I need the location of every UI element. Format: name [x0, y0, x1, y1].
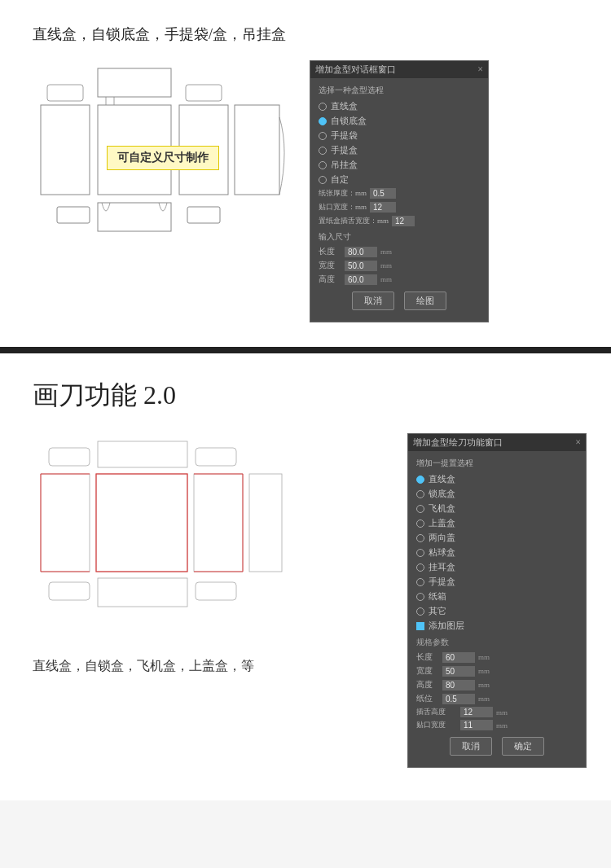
- param-input-3[interactable]: [442, 694, 475, 704]
- radio-option-3[interactable]: 手提盒: [319, 144, 480, 156]
- bottom-diagram-svg: [33, 433, 293, 645]
- b-radio-8[interactable]: 纸箱: [416, 590, 578, 603]
- radio-option-0[interactable]: 直线盒: [319, 100, 480, 112]
- param-input-5[interactable]: [460, 720, 493, 730]
- param-unit-0: mm: [478, 653, 490, 661]
- param-unit-4: mm: [496, 708, 508, 717]
- param-input-0[interactable]: [442, 652, 475, 663]
- param-row-3: 纸位 mm: [416, 693, 578, 704]
- dim-row-1: 宽度 mm: [319, 260, 480, 271]
- dialog-close-top[interactable]: ×: [477, 64, 483, 76]
- dim-label-0: 长度: [319, 246, 341, 257]
- param-unit-1: mm: [478, 667, 490, 675]
- svg-rect-16: [249, 474, 282, 572]
- field-input-2[interactable]: [392, 216, 415, 226]
- b-radio-5[interactable]: 粘球盒: [416, 546, 578, 559]
- radio-circle-1: [319, 117, 327, 125]
- param-unit-3: mm: [478, 695, 490, 703]
- svg-rect-15: [194, 474, 243, 572]
- cancel-button-bottom[interactable]: 取消: [450, 737, 492, 756]
- b-radio-label-4: 两向盖: [429, 532, 455, 544]
- bottom-caption: 直线盒，自锁盒，飞机盒，上盖盒，等: [33, 658, 391, 675]
- b-radio-circle-2: [416, 505, 424, 513]
- bottom-content: 直线盒，自锁盒，飞机盒，上盖盒，等 增加盒型绘刀功能窗口 × 增加一提置选程 直…: [33, 433, 587, 768]
- dialog-buttons-top: 取消 绘图: [319, 292, 480, 315]
- dialog-body-top: 选择一种盒型选程 直线盒 自锁底盒 手提袋 手提盒: [310, 78, 488, 322]
- b-radio-circle-6: [416, 563, 424, 572]
- b-radio-2[interactable]: 飞机盒: [416, 502, 578, 515]
- b-radio-label-3: 上盖盒: [429, 517, 455, 529]
- b-radio-label-9: 其它: [429, 605, 446, 617]
- dim-label-2: 高度: [319, 274, 341, 285]
- b-radio-9[interactable]: 其它: [416, 605, 578, 617]
- top-section: 直线盒，自锁底盒，手提袋/盒，吊挂盒 可自定义尺寸制作: [0, 0, 611, 353]
- radio-label-5: 自定: [331, 173, 349, 186]
- param-unit-2: mm: [478, 681, 490, 689]
- svg-rect-6: [57, 207, 90, 223]
- b-radio-label-1: 锁底盒: [429, 488, 455, 500]
- field-2: 置纸盒插舌宽度：mm: [319, 216, 480, 226]
- svg-rect-10: [49, 448, 90, 466]
- param-row-0: 长度 mm: [416, 651, 578, 663]
- svg-rect-13: [41, 474, 90, 572]
- bottom-left: 直线盒，自锁盒，飞机盒，上盖盒，等: [33, 433, 391, 675]
- field-0: 纸张厚度：mm: [319, 188, 480, 199]
- box-diagram-top: 可自定义尺寸制作: [33, 60, 293, 256]
- radio-option-1[interactable]: 自锁底盒: [319, 115, 480, 127]
- b-radio-label-2: 飞机盒: [429, 502, 455, 515]
- dialog-buttons-bottom: 取消 确定: [416, 737, 578, 761]
- param-row-5: 贴口宽度 mm: [416, 720, 578, 730]
- b-checkbox-label-10: 添加图层: [429, 620, 464, 632]
- cancel-button-top[interactable]: 取消: [352, 292, 394, 310]
- b-radio-3[interactable]: 上盖盒: [416, 517, 578, 529]
- ok-button-top[interactable]: 绘图: [404, 292, 446, 310]
- radio-option-5[interactable]: 自定: [319, 173, 480, 186]
- b-radio-4[interactable]: 两向盖: [416, 532, 578, 544]
- b-checkbox-10[interactable]: 添加图层: [416, 620, 578, 632]
- field-label-1: 贴口宽度：mm: [319, 202, 367, 213]
- b-radio-label-0: 直线盒: [429, 473, 455, 485]
- dialog-close-bottom[interactable]: ×: [575, 436, 581, 449]
- top-diagram-area: 可自定义尺寸制作: [33, 60, 587, 322]
- b-radio-label-8: 纸箱: [429, 590, 446, 603]
- param-input-1[interactable]: [442, 666, 475, 677]
- bottom-section: 画刀功能 2.0: [0, 353, 611, 800]
- ok-button-bottom[interactable]: 确定: [502, 737, 544, 756]
- param-input-2[interactable]: [442, 680, 475, 690]
- param-label-0: 长度: [416, 651, 439, 663]
- radio-label-1: 自锁底盒: [331, 115, 367, 127]
- b-radio-label-6: 挂耳盒: [429, 561, 455, 573]
- radio-circle-0: [319, 103, 327, 111]
- field-label-2: 置纸盒插舌宽度：mm: [319, 216, 389, 226]
- param-input-4[interactable]: [460, 707, 493, 717]
- radio-circle-4: [319, 161, 327, 169]
- svg-rect-1: [41, 105, 90, 195]
- b-radio-6[interactable]: 挂耳盒: [416, 561, 578, 573]
- dim-label-1: 宽度: [319, 260, 341, 271]
- svg-rect-19: [196, 582, 236, 600]
- radio-circle-5: [319, 176, 327, 184]
- b-radio-7[interactable]: 手提盒: [416, 576, 578, 588]
- dim-input-0[interactable]: [345, 247, 377, 257]
- custom-label: 可自定义尺寸制作: [107, 146, 219, 170]
- dim-input-1[interactable]: [345, 261, 377, 271]
- param-label-5: 贴口宽度: [416, 720, 457, 730]
- param-label-2: 高度: [416, 679, 439, 690]
- bottom-diagram: [33, 433, 293, 645]
- field-input-1[interactable]: [370, 202, 396, 213]
- b-checkbox-square-10: [416, 622, 424, 630]
- dialog-section-label-top: 选择一种盒型选程: [319, 85, 480, 96]
- b-radio-1[interactable]: 锁底盒: [416, 488, 578, 500]
- radio-option-2[interactable]: 手提袋: [319, 129, 480, 142]
- svg-rect-18: [49, 582, 90, 600]
- svg-rect-7: [187, 207, 220, 223]
- b-radio-circle-3: [416, 519, 424, 528]
- top-title: 直线盒，自锁底盒，手提袋/盒，吊挂盒: [33, 24, 587, 44]
- b-radio-circle-1: [416, 490, 424, 498]
- b-radio-0[interactable]: 直线盒: [416, 473, 578, 485]
- radio-option-4[interactable]: 吊挂盒: [319, 159, 480, 171]
- field-input-0[interactable]: [370, 188, 396, 199]
- b-radio-circle-0: [416, 476, 424, 484]
- dialog-titlebar-top: 增加盒型对话框窗口 ×: [310, 61, 488, 78]
- dim-input-2[interactable]: [345, 274, 377, 285]
